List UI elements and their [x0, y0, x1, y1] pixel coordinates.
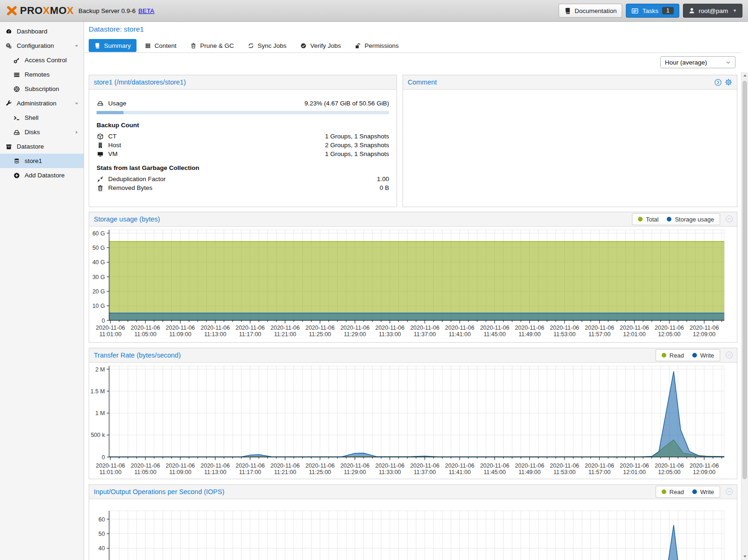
tab-permissions[interactable]: Permissions — [349, 39, 404, 52]
legend-item-storage-usage[interactable]: Storage usage — [667, 216, 714, 223]
legend-item-read[interactable]: Read — [662, 488, 684, 495]
chart-panel-input-output-operations-per-se: Input/Output Operations per Second (IOPS… — [89, 484, 737, 560]
svg-text:2020-11-06: 2020-11-06 — [201, 325, 230, 331]
scrollbar-thumb[interactable] — [742, 81, 747, 479]
legend-item-read[interactable]: Read — [662, 352, 684, 359]
svg-text:2020-11-06: 2020-11-06 — [235, 462, 265, 469]
sidebar-item-remotes[interactable]: Remotes — [0, 67, 84, 82]
row-value: 1 Groups, 1 Snapshots — [325, 133, 389, 140]
sidebar-item-label: Dashboard — [17, 28, 47, 35]
legend-dot-icon — [662, 353, 666, 358]
compress-icon — [97, 176, 104, 182]
tab-summary[interactable]: Summary — [89, 39, 137, 52]
tab-sync-jobs[interactable]: Sync Jobs — [242, 39, 292, 52]
book-icon — [94, 43, 100, 49]
svg-text:2020-11-06: 2020-11-06 — [375, 325, 404, 331]
tab-prune-gc[interactable]: Prune & GC — [185, 39, 240, 52]
chart-title: Storage usage (bytes) — [94, 215, 160, 223]
gear-icon[interactable] — [725, 78, 732, 86]
svg-text:50: 50 — [98, 531, 105, 537]
datastore-summary-panel: store1 (/mnt/datastores/store1) Usage9.2… — [89, 75, 397, 207]
datastore-summary-title: store1 (/mnt/datastores/store1) — [94, 78, 186, 86]
backup-count-heading: Backup Count — [97, 121, 389, 130]
legend-dot-icon — [667, 217, 671, 221]
caret-down-icon[interactable] — [74, 101, 79, 106]
tab-label: Permissions — [364, 42, 399, 49]
legend-item-write[interactable]: Write — [692, 488, 714, 495]
collapse-icon[interactable] — [726, 352, 733, 358]
legend-item-write[interactable]: Write — [692, 352, 714, 359]
sidebar-item-label: Subscription — [25, 85, 59, 92]
collapse-icon[interactable] — [726, 488, 733, 495]
user-menu-button[interactable]: root@pam ▼ — [683, 4, 742, 18]
svg-text:11:25:00: 11:25:00 — [309, 469, 331, 475]
sidebar-item-dashboard[interactable]: Dashboard — [0, 24, 84, 39]
usage-label: Usage — [108, 100, 126, 107]
grid-icon — [145, 43, 151, 49]
scroll-down-button[interactable] — [741, 553, 748, 560]
svg-text:11:33:00: 11:33:00 — [379, 331, 401, 338]
chart-header: Storage usage (bytes)TotalStorage usage — [89, 212, 737, 227]
caret-down-icon[interactable] — [74, 43, 79, 49]
svg-text:2020-11-06: 2020-11-06 — [201, 462, 230, 469]
cube-icon — [97, 133, 104, 140]
sidebar-item-store1[interactable]: store1 — [0, 154, 84, 168]
tab-verify-jobs[interactable]: Verify Jobs — [295, 39, 346, 52]
svg-text:0: 0 — [102, 318, 105, 324]
svg-text:2020-11-06: 2020-11-06 — [375, 462, 404, 469]
sidebar-item-add-datastore[interactable]: Add Datastore — [0, 168, 84, 182]
rows-icon — [13, 72, 20, 78]
vertical-scrollbar[interactable] — [741, 72, 748, 560]
collapse-icon[interactable] — [726, 215, 733, 222]
gears-icon — [5, 43, 13, 49]
backup-count-row-ct: CT1 Groups, 1 Snapshots — [97, 132, 389, 141]
chart-legend: ReadWrite — [656, 486, 720, 498]
datastore-summary-body: Usage9.23% (4.67 GiB of 50.56 GiB)Backup… — [89, 90, 397, 192]
sidebar-item-label: Remotes — [25, 71, 50, 78]
sidebar-item-disks[interactable]: Disks — [0, 125, 84, 139]
svg-text:11:57:00: 11:57:00 — [588, 469, 611, 475]
documentation-button[interactable]: Documentation — [559, 4, 623, 18]
sidebar-item-access-control[interactable]: Access Control — [0, 53, 84, 67]
chart-plot: 60 G50 G40 G30 G20 G10 G02020-11-0611:01… — [89, 227, 736, 342]
svg-text:2020-11-06: 2020-11-06 — [550, 325, 579, 331]
sidebar-item-label: Access Control — [25, 57, 67, 64]
user-icon — [689, 7, 695, 14]
tab-content[interactable]: Content — [139, 39, 182, 52]
time-range-select[interactable]: Hour (average) — [660, 56, 735, 68]
sidebar-item-label: Configuration — [17, 42, 54, 49]
svg-text:2020-11-06: 2020-11-06 — [480, 325, 509, 331]
tasks-button[interactable]: Tasks 1 — [626, 4, 679, 18]
scroll-up-button[interactable] — [741, 72, 748, 79]
sidebar-item-subscription[interactable]: Subscription — [0, 82, 84, 96]
svg-text:60 G: 60 G — [92, 230, 105, 237]
sidebar-item-administration[interactable]: Administration — [0, 96, 84, 111]
svg-text:11:45:00: 11:45:00 — [484, 469, 506, 475]
toolbar: Hour (average) — [85, 53, 741, 71]
comment-body[interactable] — [403, 90, 737, 221]
sidebar-item-label: Disks — [25, 129, 40, 136]
gc-row: Removed Bytes0 B — [97, 183, 389, 192]
caret-right-icon[interactable] — [74, 130, 79, 135]
legend-label: Storage usage — [675, 216, 714, 223]
legend-dot-icon — [638, 217, 643, 221]
svg-text:40 G: 40 G — [92, 259, 105, 266]
terminal-icon — [13, 115, 20, 121]
sidebar-item-datastore[interactable]: Datastore — [0, 139, 84, 154]
legend-label: Write — [700, 488, 714, 495]
row-value: 2 Groups, 3 Snapshots — [325, 142, 389, 149]
page-title: Datastore: store1 — [89, 25, 741, 34]
svg-text:2020-11-06: 2020-11-06 — [166, 325, 195, 331]
sidebar-item-configuration[interactable]: Configuration — [0, 39, 84, 53]
tab-bar: SummaryContentPrune & GCSync JobsVerify … — [89, 39, 741, 52]
beta-link[interactable]: BETA — [138, 7, 154, 14]
svg-text:11:37:00: 11:37:00 — [414, 469, 436, 475]
legend-label: Total — [646, 216, 658, 223]
sidebar-item-label: Add Datastore — [25, 172, 65, 179]
chevron-circle-icon[interactable] — [714, 78, 722, 86]
svg-text:50 G: 50 G — [92, 245, 105, 251]
svg-text:2020-11-06: 2020-11-06 — [515, 462, 544, 469]
sidebar-item-shell[interactable]: Shell — [0, 111, 84, 125]
svg-text:11:17:00: 11:17:00 — [239, 331, 261, 338]
legend-item-total[interactable]: Total — [638, 216, 658, 223]
